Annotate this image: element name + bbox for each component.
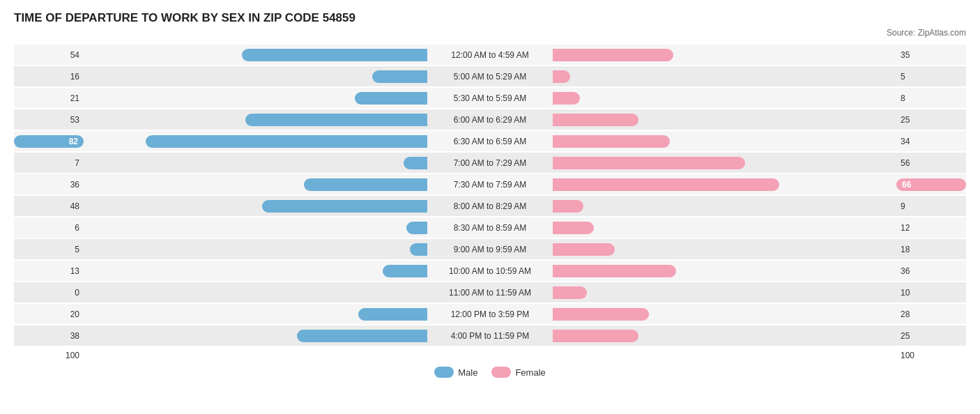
male-bar [410,243,427,256]
male-bar [355,92,427,105]
female-bar-wrap [553,286,896,299]
chart-row: 68:30 AM to 8:59 AM12 [14,217,966,238]
axis-row: 100 100 [14,348,966,362]
male-bar-wrap [84,222,427,234]
chart-row: 1310:00 AM to 10:59 AM36 [14,261,966,281]
female-bar [553,222,594,234]
male-bar [262,200,427,213]
female-bar [553,157,745,169]
male-value: 36 [14,180,84,190]
legend-female: Female [491,367,545,378]
female-value: 66 [896,178,966,191]
time-label: 6:30 AM to 6:59 AM [427,137,553,146]
bars-container: 12:00 PM to 3:59 PM [84,304,896,324]
male-value: 16 [14,72,84,82]
male-bar-wrap [84,200,427,213]
time-label: 7:30 AM to 7:59 AM [427,180,553,190]
male-value: 5 [14,245,84,254]
female-bar-wrap [553,265,896,277]
female-bar-wrap [553,135,896,148]
male-bar [297,330,427,342]
male-bar [242,49,427,61]
time-label: 5:00 AM to 5:29 AM [427,72,553,82]
legend: Male Female [14,367,966,378]
chart-row: 77:00 AM to 7:29 AM56 [14,153,966,173]
time-label: 10:00 AM to 10:59 AM [427,266,553,276]
time-label: 5:30 AM to 5:59 AM [427,93,553,103]
female-value: 8 [896,93,966,103]
male-bar-wrap [84,92,427,105]
female-bar-wrap [553,330,896,342]
female-bar [553,286,587,299]
chart-row: 5412:00 AM to 4:59 AM35 [14,45,966,65]
female-value: 5 [896,72,966,82]
male-value: 82 [14,135,84,148]
chart-row: 165:00 AM to 5:29 AM5 [14,66,966,86]
female-value: 28 [896,309,966,319]
chart-row: 215:30 AM to 5:59 AM8 [14,88,966,108]
male-value: 54 [14,50,84,60]
female-value: 36 [896,266,966,276]
female-bar [553,135,670,148]
bars-container: 7:00 AM to 7:29 AM [84,153,896,173]
male-bar-wrap [84,49,427,61]
male-swatch [434,367,454,378]
male-bar-wrap [84,308,427,321]
female-bar-wrap [553,157,896,169]
bars-container: 4:00 PM to 11:59 PM [84,325,896,346]
legend-male: Male [434,367,477,378]
female-bar-wrap [553,308,896,321]
male-bar-wrap [84,286,427,299]
bars-container: 8:30 AM to 8:59 AM [84,217,896,238]
bars-container: 5:30 AM to 5:59 AM [84,88,896,108]
female-value: 25 [896,331,966,341]
bars-container: 6:30 AM to 6:59 AM [84,131,896,151]
male-bar [404,157,428,169]
time-label: 6:00 AM to 6:29 AM [427,115,553,125]
female-bar-wrap [553,222,896,234]
axis-right-val: 100 [896,351,966,360]
chart-row: 367:30 AM to 7:59 AM66 [14,174,966,194]
time-label: 7:00 AM to 7:29 AM [427,158,553,168]
time-label: 12:00 AM to 4:59 AM [427,50,553,60]
male-bar [383,265,427,277]
female-value: 34 [896,137,966,146]
bars-container: 10:00 AM to 10:59 AM [84,261,896,281]
chart-row: 011:00 AM to 11:59 AM10 [14,282,966,302]
bars-container: 9:00 AM to 9:59 AM [84,239,896,259]
male-bar [406,222,427,234]
time-label: 4:00 PM to 11:59 PM [427,331,553,341]
male-bar-wrap [84,114,427,126]
bars-container: 11:00 AM to 11:59 AM [84,282,896,302]
chart-row: 2012:00 PM to 3:59 PM28 [14,304,966,324]
male-bar [358,308,427,321]
chart-title: TIME OF DEPARTURE TO WORK BY SEX IN ZIP … [14,11,966,25]
male-value: 20 [14,309,84,319]
female-value: 25 [896,115,966,125]
female-bar-wrap [553,70,896,83]
female-bar [553,200,583,213]
bars-container: 8:00 AM to 8:29 AM [84,196,896,216]
male-value: 7 [14,158,84,168]
female-value: 18 [896,245,966,254]
male-value: 13 [14,266,84,276]
male-value: 6 [14,223,84,233]
female-value: 12 [896,223,966,233]
male-bar-wrap [84,157,427,169]
female-bar-wrap [553,114,896,126]
male-value: 48 [14,201,84,211]
bars-container: 6:00 AM to 6:29 AM [84,109,896,130]
female-bar-wrap [553,49,896,61]
chart-row: 384:00 PM to 11:59 PM25 [14,325,966,346]
female-value: 9 [896,201,966,211]
female-bar [553,49,673,61]
male-bar-wrap [84,243,427,256]
chart-area: 5412:00 AM to 4:59 AM35165:00 AM to 5:29… [14,45,966,346]
female-bar [553,92,580,105]
male-value: 38 [14,331,84,341]
chart-row: 488:00 AM to 8:29 AM9 [14,196,966,216]
bars-container: 5:00 AM to 5:29 AM [84,66,896,86]
female-bar [553,114,638,126]
bars-container: 12:00 AM to 4:59 AM [84,45,896,65]
bars-container: 7:30 AM to 7:59 AM [84,174,896,194]
